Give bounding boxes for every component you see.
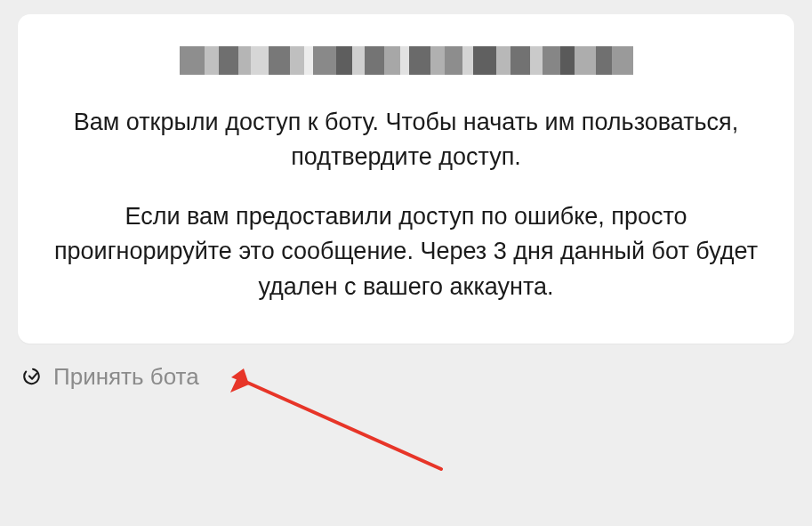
svg-rect-22 (543, 46, 560, 75)
svg-rect-17 (462, 46, 473, 75)
svg-rect-16 (445, 46, 462, 75)
svg-rect-5 (269, 46, 290, 75)
svg-rect-7 (304, 46, 313, 75)
svg-rect-10 (352, 46, 365, 75)
svg-rect-23 (560, 46, 575, 75)
svg-marker-29 (230, 371, 253, 398)
svg-rect-21 (530, 46, 543, 75)
accept-bot-action[interactable]: Принять бота (23, 363, 794, 391)
svg-rect-14 (409, 46, 430, 75)
svg-rect-3 (238, 46, 251, 75)
svg-rect-13 (400, 46, 409, 75)
arrow-annotation (228, 367, 459, 486)
svg-rect-19 (496, 46, 511, 75)
message-card: Вам открыли доступ к боту. Чтобы начать … (18, 14, 794, 344)
svg-rect-8 (313, 46, 336, 75)
svg-line-28 (244, 381, 441, 469)
svg-rect-4 (251, 46, 269, 75)
svg-rect-15 (430, 46, 445, 75)
svg-rect-18 (473, 46, 496, 75)
paragraph-1: Вам открыли доступ к боту. Чтобы начать … (52, 105, 760, 174)
svg-rect-6 (290, 46, 304, 75)
redacted-title (52, 43, 760, 78)
check-circle-icon (23, 367, 43, 386)
svg-rect-12 (384, 46, 400, 75)
svg-rect-26 (612, 46, 633, 75)
svg-rect-11 (365, 46, 384, 75)
paragraph-2: Если вам предоставили доступ по ошибке, … (52, 199, 760, 303)
message-body: Вам открыли доступ к боту. Чтобы начать … (52, 105, 760, 304)
accept-bot-label: Принять бота (53, 363, 199, 391)
svg-rect-20 (511, 46, 530, 75)
svg-rect-24 (575, 46, 596, 75)
svg-rect-9 (336, 46, 352, 75)
svg-rect-0 (180, 46, 205, 75)
svg-rect-1 (205, 46, 219, 75)
svg-rect-2 (219, 46, 238, 75)
svg-marker-30 (231, 368, 249, 384)
svg-rect-25 (596, 46, 612, 75)
